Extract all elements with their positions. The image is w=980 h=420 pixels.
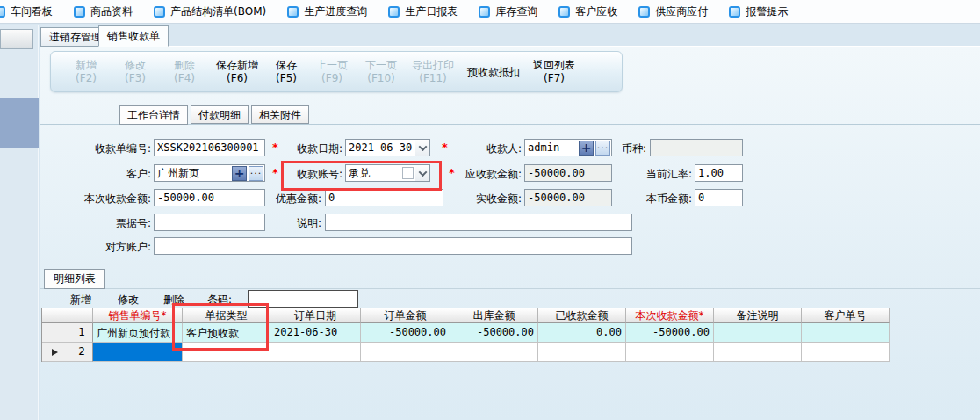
payee-lookup-button[interactable]: ... [595, 141, 610, 156]
receipt-date-combobox[interactable]: 2021-06-30 15: [345, 139, 430, 156]
menu-item-alert[interactable]: 报警提示 [729, 4, 788, 19]
button-key: (F3) [113, 72, 157, 85]
button-key: (F6) [212, 72, 263, 85]
cell-received-amount[interactable]: 0.00 [538, 323, 626, 343]
cell-doc-type[interactable]: 客户预收款 [183, 323, 270, 343]
detail-edit-button[interactable]: 修改 [118, 293, 139, 308]
back-to-list-button[interactable]: 返回列表 (F7) [527, 57, 581, 87]
edit-button: 修改 (F3) [111, 57, 160, 87]
memo-input[interactable] [325, 214, 632, 231]
button-label: 导出打印 [412, 59, 454, 71]
col-header-received-amount: 已收款金额 [538, 308, 626, 323]
pay-amount-input[interactable] [154, 189, 265, 206]
menu-item-production-daily[interactable]: 生产日报表 [388, 4, 458, 19]
button-key: (F11) [408, 72, 458, 85]
cell-customer-order-no[interactable] [802, 343, 890, 362]
subtab-attachments[interactable]: 相关附件 [251, 105, 309, 124]
menu-item-customer-receivable[interactable]: 客户应收 [558, 4, 617, 19]
table-row: 1 广州新页预付款 客户预收款 2021-06-30 -50000.00 -50… [42, 323, 890, 343]
customer-field[interactable]: 广州新页 + ... [154, 164, 265, 182]
cell-received-amount[interactable] [538, 343, 626, 362]
discount-label: 优惠金额: [265, 192, 321, 206]
menu-item-workshop-board[interactable]: 车间看板 [0, 4, 53, 19]
button-label: 返回列表 [533, 59, 575, 71]
required-star: * [272, 141, 278, 154]
menu-item-production-progress[interactable]: 生产进度查询 [287, 4, 367, 19]
payee-field[interactable]: admin + ... [524, 139, 612, 156]
subtab-payment-detail[interactable]: 付款明细 [191, 105, 249, 124]
receivable-label: 应收款金额: [444, 167, 522, 182]
cell-outbound-amount[interactable]: -50000.00 [450, 323, 538, 343]
cell-order-date[interactable]: 2021-06-30 [270, 323, 361, 343]
cell-order-amount[interactable] [361, 343, 450, 362]
button-key: (F4) [162, 72, 206, 85]
row-header[interactable]: 1 [42, 323, 93, 343]
payee-add-button[interactable]: + [579, 141, 594, 156]
module-cube-icon [0, 6, 5, 18]
payee-value: admin [528, 141, 579, 154]
customer-lookup-button[interactable]: ... [249, 166, 263, 181]
col-header-this-pay-amount: 本次收款金额* [626, 308, 714, 323]
button-label: 预收款抵扣 [467, 66, 520, 78]
cell-doc-type[interactable] [183, 343, 270, 362]
receipt-no-label: 收款单编号: [74, 141, 151, 156]
detail-divider [40, 288, 980, 289]
button-label: 上一页 [316, 59, 348, 71]
left-side-strip [0, 25, 39, 420]
menu-item-label: 商品资料 [90, 4, 133, 19]
cell-remark[interactable] [714, 343, 802, 362]
cell-this-pay-amount[interactable]: -50000.00 [626, 323, 714, 343]
dropdown-arrow-button[interactable] [415, 140, 429, 156]
cell-order-date[interactable] [270, 343, 361, 362]
rate-input[interactable] [695, 164, 743, 182]
cell-this-pay-amount[interactable] [626, 343, 714, 362]
cell-outbound-amount[interactable] [450, 343, 538, 362]
cell-order-amount[interactable]: -50000.00 [361, 323, 450, 343]
sidebar-selected-block[interactable] [0, 98, 39, 148]
col-header-sales-order-no: 销售单编号* [93, 308, 183, 323]
receipt-no-input[interactable] [154, 139, 265, 156]
col-header-outbound-amount: 出库金额 [450, 308, 538, 323]
cell-customer-order-no[interactable] [802, 323, 890, 343]
currency-label: 币种: [613, 141, 646, 156]
account-combobox[interactable]: 承兑 [345, 164, 430, 182]
subtab-workbench-detail[interactable]: 工作台详情 [119, 105, 188, 125]
counter-account-input[interactable] [154, 237, 632, 255]
barcode-label: 条码: [207, 293, 242, 308]
pay-amount-label: 本次收款金额: [67, 192, 151, 206]
save-new-button[interactable]: 保存新增 (F6) [209, 57, 265, 87]
local-amount-input[interactable] [695, 189, 743, 206]
customer-label: 客户: [74, 167, 151, 182]
menu-item-bom[interactable]: 产品结构清单(BOM) [154, 4, 266, 19]
discount-input[interactable] [325, 189, 443, 206]
tab-detail-list[interactable]: 明细列表 [44, 269, 105, 289]
barcode-input[interactable] [248, 290, 358, 308]
receivable-input [524, 164, 612, 182]
save-button[interactable]: 保存 (F5) [265, 57, 307, 87]
detail-add-button[interactable]: 新增 [70, 293, 91, 308]
tab-sales-receipt[interactable]: 销售收款单 [98, 25, 169, 47]
customer-add-button[interactable]: + [232, 166, 247, 181]
col-header-rowselector [42, 308, 93, 323]
row-header-current[interactable]: 2 [42, 343, 93, 362]
rate-label: 当前汇率: [638, 167, 692, 182]
menu-item-inventory-query[interactable]: 库存查询 [479, 4, 537, 19]
menu-item-supplier-payable[interactable]: 供应商应付 [638, 4, 708, 19]
button-key: (F5) [268, 72, 305, 85]
dropdown-arrow-button[interactable] [415, 165, 429, 181]
cell-sales-order-no-selected[interactable] [93, 343, 183, 362]
collapsed-panel-button[interactable] [0, 29, 33, 49]
menu-item-product-data[interactable]: 商品资料 [74, 4, 133, 19]
module-cube-icon [558, 6, 570, 18]
bill-no-input[interactable] [154, 214, 265, 231]
detail-delete-button[interactable]: 删除 [163, 293, 184, 308]
module-cube-icon [638, 6, 650, 18]
delete-button: 删除 (F4) [160, 57, 209, 87]
cell-sales-order-no[interactable]: 广州新页预付款 [93, 323, 183, 343]
bill-no-label: 票据号: [74, 216, 151, 231]
menu-item-label: 供应商应付 [655, 4, 708, 19]
prepay-deduct-button[interactable]: 预收款抵扣 [460, 57, 527, 87]
table-row: 2 [42, 343, 890, 362]
button-key: (F10) [359, 72, 403, 85]
cell-remark[interactable] [714, 323, 802, 343]
